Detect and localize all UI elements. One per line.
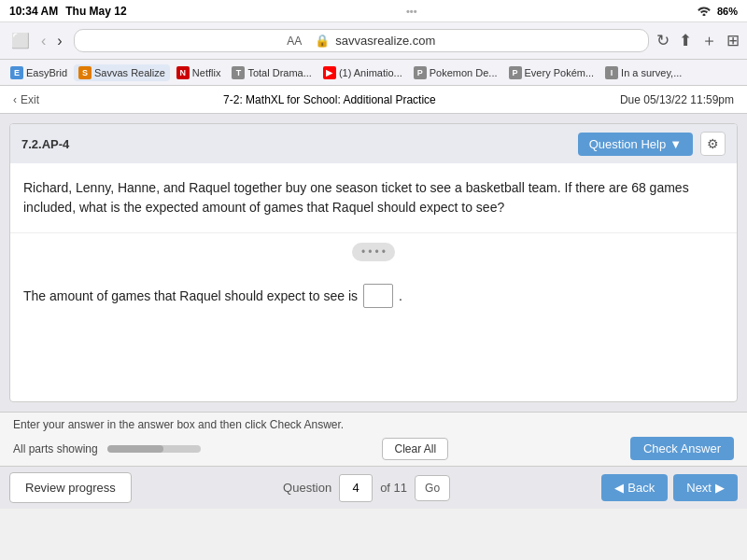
status-day: Thu May 12	[65, 5, 126, 18]
question-number-input[interactable]	[339, 474, 373, 502]
answer-input[interactable]	[363, 284, 393, 308]
exit-link[interactable]: ‹ Exit	[13, 93, 39, 106]
share-icon[interactable]: ⬆	[679, 31, 692, 50]
breadcrumb: 7-2: MathXL for School: Additional Pract…	[223, 93, 436, 106]
nav-buttons: ⬜ ‹ ›	[7, 30, 66, 51]
clear-all-label: Clear All	[394, 442, 436, 455]
refresh-icon[interactable]: ↻	[656, 31, 669, 50]
status-time: 10:34 AM	[9, 5, 58, 18]
bottom-bar: Enter your answer in the answer box and …	[0, 412, 747, 466]
check-answer-label: Check Answer	[643, 441, 721, 455]
exit-label: Exit	[21, 93, 39, 106]
parts-showing: All parts showing	[13, 442, 201, 455]
back-chevron-icon: ‹	[13, 93, 17, 106]
browser-toolbar: ⬜ ‹ › AA 🔒 savvasrealize.com ↻ ⬆ ＋ ⊞	[0, 22, 747, 60]
pokemon1-label: Pokemon De...	[430, 67, 498, 78]
nav-buttons-group: ◀ Back Next ▶	[601, 474, 738, 501]
tab-animation[interactable]: ▶ (1) Animatio...	[318, 64, 407, 81]
browser-forward-btn[interactable]: ›	[53, 30, 65, 51]
savvas-label: Savvas Realize	[94, 67, 165, 78]
bottom-instruction: Enter your answer in the answer box and …	[13, 418, 734, 431]
page-header: ‹ Exit 7-2: MathXL for School: Additiona…	[0, 86, 747, 114]
next-button[interactable]: Next ▶	[673, 474, 738, 501]
savvas-favicon: S	[78, 66, 92, 79]
new-tab-icon[interactable]: ＋	[701, 30, 717, 51]
question-body: Richard, Lenny, Hanne, and Raquel togeth…	[10, 163, 737, 233]
question-header: 7.2.AP-4 Question Help ▼ ⚙	[10, 124, 737, 163]
question-text: Richard, Lenny, Hanne, and Raquel togeth…	[23, 178, 724, 217]
question-nav: Question of 11 Go	[283, 474, 450, 502]
toolbar-right: ↻ ⬆ ＋ ⊞	[656, 30, 740, 51]
survey-favicon: I	[605, 66, 618, 79]
wifi-icon	[697, 5, 712, 18]
tab-survey[interactable]: I In a survey,...	[600, 64, 686, 81]
lock-icon: 🔒	[315, 34, 330, 48]
status-dots: •••	[406, 6, 417, 17]
url-text: savvasrealize.com	[335, 34, 435, 48]
browser-square-btn[interactable]: ⬜	[7, 30, 34, 51]
status-right: 86%	[697, 5, 738, 18]
clear-all-button[interactable]: Clear All	[382, 438, 448, 460]
go-label: Go	[425, 482, 440, 495]
animation-label: (1) Animatio...	[339, 67, 402, 78]
due-date: Due 05/13/22 11:59pm	[620, 93, 734, 106]
review-progress-label: Review progress	[25, 481, 116, 495]
question-header-right: Question Help ▼ ⚙	[578, 132, 726, 156]
back-label: Back	[627, 481, 655, 495]
address-bar[interactable]: AA 🔒 savvasrealize.com	[74, 29, 649, 52]
aa-label: AA	[287, 35, 302, 48]
animation-favicon: ▶	[323, 66, 336, 79]
of-total: of 11	[380, 481, 407, 495]
netflix-favicon: N	[176, 66, 190, 79]
go-button[interactable]: Go	[415, 475, 450, 501]
back-arrow-icon: ◀	[614, 481, 624, 495]
tab-savvas[interactable]: S Savvas Realize	[74, 64, 170, 81]
easybrd-favicon: E	[10, 66, 23, 79]
question-id: 7.2.AP-4	[21, 137, 69, 151]
totaldrama-label: Total Drama...	[247, 67, 311, 78]
divider-dots: ••••	[352, 243, 395, 261]
answer-area: The amount of games that Raquel should e…	[10, 271, 737, 401]
progress-bar-bg	[107, 445, 201, 453]
status-bar: 10:34 AM Thu May 12 ••• 86%	[0, 0, 747, 22]
tabs-icon[interactable]: ⊞	[726, 31, 740, 50]
check-answer-button[interactable]: Check Answer	[630, 437, 734, 460]
progress-bar-fill	[107, 445, 163, 453]
pokemon1-favicon: P	[414, 66, 427, 79]
bookmarks-bar: E EasyBrid S Savvas Realize N Netflix T …	[0, 60, 747, 86]
next-arrow-icon: ▶	[715, 481, 725, 495]
question-card: 7.2.AP-4 Question Help ▼ ⚙ Richard, Lenn…	[9, 123, 738, 402]
question-nav-label: Question	[283, 481, 331, 495]
easybrd-label: EasyBrid	[26, 67, 67, 78]
netflix-label: Netflix	[192, 67, 221, 78]
bottom-controls: All parts showing Clear All Check Answer	[13, 437, 734, 460]
divider-row: ••••	[10, 233, 737, 271]
review-progress-button[interactable]: Review progress	[9, 472, 132, 503]
main-content: 7.2.AP-4 Question Help ▼ ⚙ Richard, Lenn…	[0, 114, 747, 412]
totaldrama-favicon: T	[232, 66, 245, 79]
back-button[interactable]: ◀ Back	[601, 474, 668, 501]
tab-netflix[interactable]: N Netflix	[172, 64, 226, 81]
next-label: Next	[686, 481, 712, 495]
battery-status: 86%	[717, 6, 738, 17]
status-left: 10:34 AM Thu May 12	[9, 5, 127, 18]
footer-nav: Review progress Question of 11 Go ◀ Back…	[0, 466, 747, 509]
chevron-down-icon: ▼	[669, 137, 682, 151]
answer-text: The amount of games that Raquel should e…	[23, 284, 724, 308]
gear-icon: ⚙	[707, 136, 719, 151]
tab-totaldrama[interactable]: T Total Drama...	[227, 64, 316, 81]
tab-easybrd[interactable]: E EasyBrid	[6, 64, 72, 81]
pokemon2-favicon: P	[509, 66, 522, 79]
gear-button[interactable]: ⚙	[700, 132, 726, 156]
question-help-label: Question Help	[589, 137, 666, 151]
answer-suffix: .	[399, 288, 402, 303]
browser-back-btn[interactable]: ‹	[37, 30, 49, 51]
tab-pokemon1[interactable]: P Pokemon De...	[409, 64, 502, 81]
question-help-button[interactable]: Question Help ▼	[578, 133, 693, 156]
parts-label: All parts showing	[13, 442, 98, 455]
survey-label: In a survey,...	[621, 67, 682, 78]
tab-pokemon2[interactable]: P Every Pokém...	[504, 64, 599, 81]
pokemon2-label: Every Pokém...	[525, 67, 595, 78]
answer-prefix: The amount of games that Raquel should e…	[23, 288, 358, 303]
